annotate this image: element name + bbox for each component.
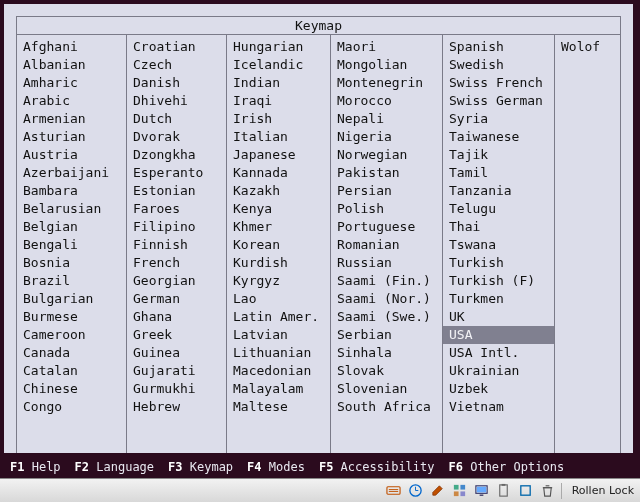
keymap-option[interactable]: Turkmen <box>443 290 554 308</box>
monitor-icon[interactable] <box>474 483 489 498</box>
keymap-option[interactable]: Russian <box>331 254 442 272</box>
keymap-option[interactable]: Irish <box>227 110 330 128</box>
keymap-option[interactable]: Malayalam <box>227 380 330 398</box>
keymap-option[interactable]: Morocco <box>331 92 442 110</box>
keymap-option[interactable]: Esperanto <box>127 164 226 182</box>
keymap-option[interactable]: Saami (Nor.) <box>331 290 442 308</box>
keymap-option[interactable]: Slovenian <box>331 380 442 398</box>
keymap-option[interactable]: Congo <box>17 398 126 416</box>
keymap-option[interactable]: Indian <box>227 74 330 92</box>
keymap-option[interactable]: Icelandic <box>227 56 330 74</box>
keymap-option[interactable]: Turkish <box>443 254 554 272</box>
keymap-option[interactable]: Saami (Fin.) <box>331 272 442 290</box>
keymap-option[interactable]: Swedish <box>443 56 554 74</box>
keymap-option[interactable]: Chinese <box>17 380 126 398</box>
keymap-option[interactable]: Estonian <box>127 182 226 200</box>
keymap-option[interactable]: Polish <box>331 200 442 218</box>
keymap-option[interactable]: Belgian <box>17 218 126 236</box>
keymap-option[interactable]: Asturian <box>17 128 126 146</box>
keymap-option[interactable]: Khmer <box>227 218 330 236</box>
keymap-option[interactable]: Gujarati <box>127 362 226 380</box>
keymap-option[interactable]: Korean <box>227 236 330 254</box>
keymap-option[interactable]: French <box>127 254 226 272</box>
keymap-option[interactable]: Romanian <box>331 236 442 254</box>
keyboard-icon[interactable] <box>386 483 401 498</box>
keymap-option[interactable]: Taiwanese <box>443 128 554 146</box>
keymap-option[interactable]: Tswana <box>443 236 554 254</box>
keymap-option[interactable]: Swiss French <box>443 74 554 92</box>
keymap-option[interactable]: Azerbaijani <box>17 164 126 182</box>
keymap-option[interactable]: Dutch <box>127 110 226 128</box>
keymap-option[interactable]: Tamil <box>443 164 554 182</box>
keymap-option[interactable]: Belarusian <box>17 200 126 218</box>
fkey-f5[interactable]: F5 Accessibility <box>319 460 435 474</box>
keymap-option[interactable]: Burmese <box>17 308 126 326</box>
keymap-option[interactable]: Arabic <box>17 92 126 110</box>
keymap-option[interactable]: Latin Amer. <box>227 308 330 326</box>
box-icon[interactable] <box>518 483 533 498</box>
keymap-option[interactable]: Georgian <box>127 272 226 290</box>
keymap-option[interactable]: Spanish <box>443 38 554 56</box>
keymap-option[interactable]: Lao <box>227 290 330 308</box>
keymap-option[interactable]: Saami (Swe.) <box>331 308 442 326</box>
keymap-option[interactable]: Nepali <box>331 110 442 128</box>
keymap-option[interactable]: German <box>127 290 226 308</box>
keymap-option[interactable]: Danish <box>127 74 226 92</box>
keymap-option[interactable]: Italian <box>227 128 330 146</box>
keymap-option[interactable]: Austria <box>17 146 126 164</box>
keymap-option[interactable]: Swiss German <box>443 92 554 110</box>
keymap-option[interactable]: Faroes <box>127 200 226 218</box>
keymap-option[interactable]: Ghana <box>127 308 226 326</box>
keymap-option[interactable]: Kannada <box>227 164 330 182</box>
keymap-option[interactable]: Persian <box>331 182 442 200</box>
keymap-option[interactable]: South Africa <box>331 398 442 416</box>
fkey-f4[interactable]: F4 Modes <box>247 460 305 474</box>
keymap-option[interactable]: Gurmukhi <box>127 380 226 398</box>
keymap-option[interactable]: Bengali <box>17 236 126 254</box>
keymap-option[interactable]: Uzbek <box>443 380 554 398</box>
keymap-option[interactable]: Portuguese <box>331 218 442 236</box>
keymap-option[interactable]: Sinhala <box>331 344 442 362</box>
keymap-option[interactable]: Cameroon <box>17 326 126 344</box>
keymap-option[interactable]: Croatian <box>127 38 226 56</box>
keymap-option[interactable]: Mongolian <box>331 56 442 74</box>
keymap-option[interactable]: Tajik <box>443 146 554 164</box>
keymap-option[interactable]: Greek <box>127 326 226 344</box>
keymap-option[interactable]: Dzongkha <box>127 146 226 164</box>
keymap-option[interactable]: Kyrgyz <box>227 272 330 290</box>
clipboard-icon[interactable] <box>496 483 511 498</box>
keymap-option[interactable]: Afghani <box>17 38 126 56</box>
keymap-option[interactable]: Maltese <box>227 398 330 416</box>
keymap-option[interactable]: Maori <box>331 38 442 56</box>
keymap-option[interactable]: Bosnia <box>17 254 126 272</box>
keymap-option[interactable]: Guinea <box>127 344 226 362</box>
keymap-option[interactable]: Montenegrin <box>331 74 442 92</box>
clock-icon[interactable] <box>408 483 423 498</box>
keymap-option[interactable]: Catalan <box>17 362 126 380</box>
keymap-option[interactable]: Kazakh <box>227 182 330 200</box>
fkey-f2[interactable]: F2 Language <box>75 460 154 474</box>
keymap-option[interactable]: Macedonian <box>227 362 330 380</box>
windows-icon[interactable] <box>452 483 467 498</box>
keymap-option[interactable]: Vietnam <box>443 398 554 416</box>
keymap-option[interactable]: Filipino <box>127 218 226 236</box>
keymap-option[interactable]: Dhivehi <box>127 92 226 110</box>
keymap-option[interactable]: Norwegian <box>331 146 442 164</box>
keymap-option[interactable]: USA Intl. <box>443 344 554 362</box>
keymap-option[interactable]: UK <box>443 308 554 326</box>
keymap-option[interactable]: USA <box>443 326 554 344</box>
keymap-option[interactable]: Telugu <box>443 200 554 218</box>
keymap-option[interactable]: Thai <box>443 218 554 236</box>
keymap-option[interactable]: Albanian <box>17 56 126 74</box>
keymap-option[interactable]: Lithuanian <box>227 344 330 362</box>
keymap-option[interactable]: Brazil <box>17 272 126 290</box>
keymap-option[interactable]: Latvian <box>227 326 330 344</box>
keymap-option[interactable]: Tanzania <box>443 182 554 200</box>
keymap-option[interactable]: Pakistan <box>331 164 442 182</box>
keymap-option[interactable]: Syria <box>443 110 554 128</box>
keymap-option[interactable]: Czech <box>127 56 226 74</box>
keymap-option[interactable]: Kurdish <box>227 254 330 272</box>
keymap-option[interactable]: Finnish <box>127 236 226 254</box>
keymap-option[interactable]: Ukrainian <box>443 362 554 380</box>
keymap-option[interactable]: Dvorak <box>127 128 226 146</box>
